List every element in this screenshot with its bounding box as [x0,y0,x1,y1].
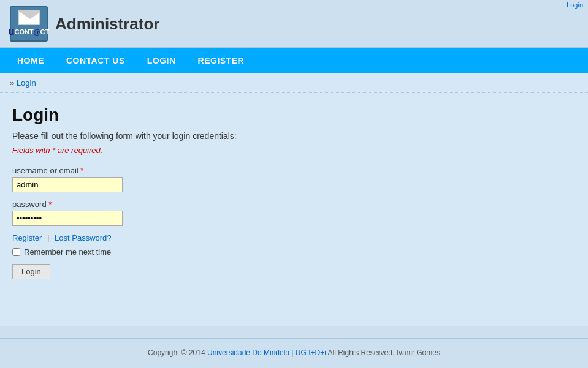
footer-copyright: Copyright © 2014 [148,348,205,357]
register-link[interactable]: Register [12,233,42,242]
site-title: Administrator [55,15,159,34]
nav-contact-us[interactable]: CONTACT US [55,48,136,73]
logo-at: @ [34,28,40,36]
footer-line3: Ivanir Gomes [397,348,440,357]
nav-login[interactable]: LOGIN [136,48,187,73]
footer: Copyright © 2014 Universidade Do Mindelo… [0,338,588,367]
remember-checkbox[interactable] [12,248,20,256]
logo-ct: CT [40,28,50,36]
lost-password-link[interactable]: Lost Password? [55,233,112,242]
breadcrumb: » Login [0,73,588,93]
fields-notice: Fields with * are required. [12,146,576,155]
password-label: password * [12,200,576,209]
logo-cont: CONT [15,28,34,36]
logo-text: u CONT @ CT [9,26,49,37]
links-separator: | [47,233,49,242]
subtitle: Please fill out the following form with … [12,131,576,141]
login-button[interactable]: Login [12,264,50,279]
username-group: username or email * [12,166,576,192]
top-right-login-link[interactable]: Login [567,1,583,9]
nav-register[interactable]: REGISTER [187,48,256,73]
logo: u CONT @ CT [10,6,48,42]
footer-org-link[interactable]: Universidade Do Mindelo | UG I+D+i [207,348,326,357]
username-input[interactable] [12,177,123,192]
remember-label: Remember me next time [24,247,111,257]
remember-row: Remember me next time [12,247,576,257]
links-row: Register | Lost Password? [12,233,576,242]
logo-envelope-icon [18,10,40,25]
username-label: username or email * [12,166,576,175]
password-required-star: * [48,200,52,209]
breadcrumb-separator: » [10,78,14,88]
nav-home[interactable]: HOME [6,48,55,73]
page-heading: Login [12,105,576,125]
site-header: u CONT @ CT Administrator [0,0,588,48]
navbar: HOME CONTACT US LOGIN REGISTER [0,48,588,73]
logo-u: u [9,26,15,37]
footer-line2: All Rights Reserved. [328,348,395,357]
breadcrumb-current[interactable]: Login [17,78,36,88]
password-group: password * [12,200,576,226]
username-required-star: * [80,166,83,175]
main-content: Login Please fill out the following form… [0,93,588,326]
password-input[interactable] [12,211,123,226]
